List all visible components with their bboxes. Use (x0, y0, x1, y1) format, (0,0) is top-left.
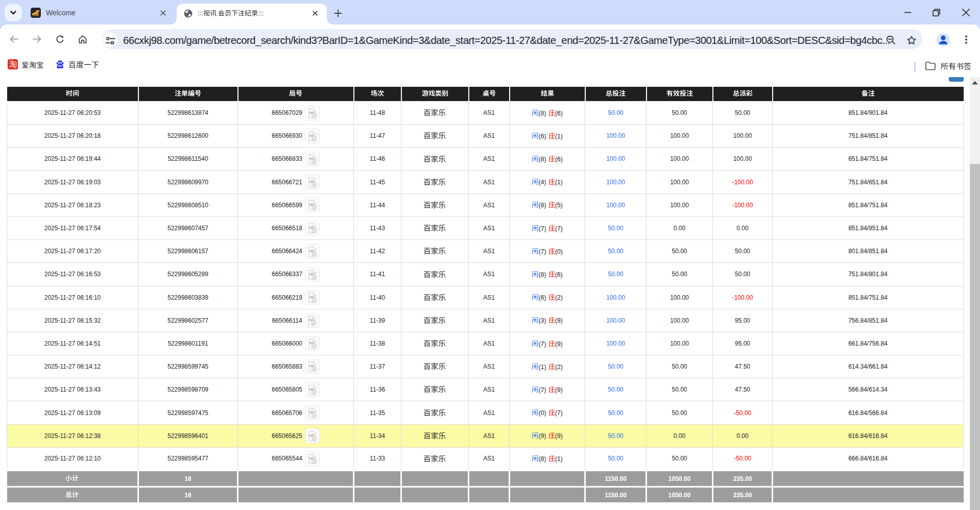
svg-text:du: du (58, 64, 62, 67)
